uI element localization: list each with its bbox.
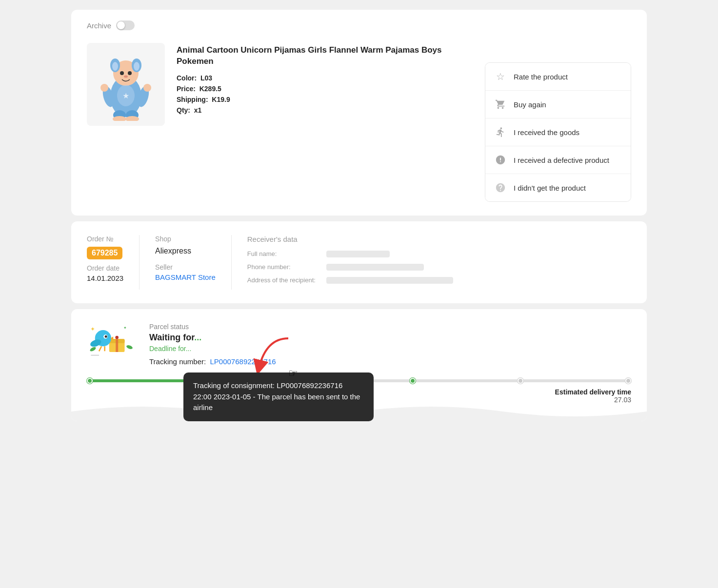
color-label: Color: — [177, 74, 197, 82]
shipping-label: Shipping: — [177, 96, 208, 103]
action-not-received[interactable]: I didn't get the product — [485, 174, 631, 201]
svg-point-33 — [115, 336, 119, 339]
section-parcel: ✦ ✦ Parcel status Waiting for... Deadlin… — [71, 309, 647, 421]
shop-col: Shop Aliexpress Seller BAGSMART Store — [155, 235, 232, 290]
parcel-status-label: Parcel status — [149, 323, 631, 331]
action-received[interactable]: I received the goods — [485, 118, 631, 146]
svg-point-11 — [100, 84, 108, 92]
order-date-value: 14.01.2023 — [87, 274, 123, 282]
svg-point-34 — [89, 346, 97, 352]
shop-name: Aliexpress — [155, 247, 216, 255]
tracking-tooltip: Tracking of consignment: LP0007689223671… — [183, 372, 374, 421]
parcel-mascot: ✦ ✦ — [87, 323, 136, 362]
section-order: Order № 679285 Order date 14.01.2023 Sho… — [71, 221, 647, 303]
star-icon: ☆ — [494, 70, 507, 83]
cursor-hand: ☞ — [288, 367, 298, 380]
parcel-status-value: Waiting for... — [149, 333, 631, 343]
shipping-value: K19.9 — [212, 96, 230, 103]
product-illustration: ★ — [97, 48, 155, 121]
person-icon — [494, 126, 507, 138]
product-info: Animal Cartoon Unicorn Pijamas Girls Fla… — [177, 43, 473, 117]
tracking-number-row: Tracking number: LP00076892236716 — [149, 357, 631, 366]
svg-point-12 — [143, 84, 151, 92]
seller-link[interactable]: BAGSMART Store — [155, 273, 216, 281]
progress-dot-1 — [87, 378, 93, 384]
svg-point-27 — [105, 335, 107, 338]
full-name-label: Full name: — [247, 250, 320, 257]
product-image: ★ — [87, 43, 165, 126]
product-color: Color: L03 — [177, 74, 473, 82]
qty-label: Qty: — [177, 106, 190, 114]
section-product: Archive — [71, 10, 647, 216]
order-number-label: Order № — [87, 235, 123, 243]
action-received-label: I received the goods — [514, 128, 579, 137]
product-qty: Qty: x1 — [177, 106, 473, 114]
action-defective[interactable]: I received a defective product — [485, 146, 631, 174]
tooltip-line2: 22:00 2023-01-05 - The parcel has been s… — [193, 392, 364, 413]
action-buy-again-label: Buy again — [514, 100, 546, 109]
action-not-received-label: I didn't get the product — [514, 184, 586, 192]
tracking-label: Tracking number: — [149, 357, 206, 366]
address-row: Address of the recipient: — [247, 276, 631, 284]
address-placeholder — [326, 277, 453, 284]
product-shipping: Shipping: K19.9 — [177, 96, 473, 103]
svg-point-4 — [112, 62, 118, 71]
receiver-col: Receiver's data Full name: Phone number:… — [247, 235, 631, 290]
toggle-switch[interactable] — [116, 20, 135, 30]
question-icon — [494, 181, 507, 194]
parcel-deadline: Deadline for... — [149, 345, 631, 353]
tooltip-line1: Tracking of consignment: LP0007689223671… — [193, 380, 364, 392]
shop-label: Shop — [155, 235, 216, 243]
svg-point-6 — [120, 71, 124, 75]
order-number-badge: 679285 — [87, 247, 122, 259]
archive-label: Archive — [87, 21, 111, 30]
price-label: Price: — [177, 85, 196, 93]
cart-icon — [494, 98, 507, 111]
progress-dot-6 — [625, 378, 631, 384]
svg-point-8 — [124, 76, 128, 78]
seller-label: Seller — [155, 263, 216, 271]
phone-label: Phone number: — [247, 263, 320, 271]
svg-text:★: ★ — [122, 92, 129, 100]
page-wrapper: Archive — [71, 10, 647, 421]
toggle-knob — [117, 21, 125, 29]
action-rate-label: Rate the product — [514, 73, 568, 81]
svg-point-35 — [126, 345, 133, 350]
delivery-text: Estimated delivery time 27.03 — [555, 388, 631, 404]
progress-dot-4 — [410, 378, 416, 384]
order-number-col: Order № 679285 Order date 14.01.2023 — [87, 235, 140, 290]
receiver-title: Receiver's data — [247, 235, 631, 243]
product-title: Animal Cartoon Unicorn Pijamas Girls Fla… — [177, 45, 473, 67]
phone-row: Phone number: — [247, 263, 631, 271]
svg-line-29 — [99, 346, 101, 351]
svg-text:✦: ✦ — [90, 326, 95, 332]
svg-point-5 — [134, 62, 140, 71]
action-defective-label: I received a defective product — [514, 156, 609, 164]
svg-rect-23 — [116, 339, 118, 352]
action-buy-again[interactable]: Buy again — [485, 91, 631, 118]
full-name-row: Full name: — [247, 250, 631, 257]
phone-placeholder — [326, 264, 424, 271]
archive-toggle[interactable]: Archive — [87, 20, 135, 30]
order-date-label: Order date — [87, 264, 123, 272]
address-label: Address of the recipient: — [247, 276, 320, 284]
parcel-info: Parcel status Waiting for... Deadline fo… — [149, 323, 631, 366]
delivery-date: 27.03 — [555, 396, 631, 404]
price-value: K289.5 — [199, 85, 221, 93]
product-content: ★ Animal Cartoon Unicorn Pijamas Girls F… — [87, 43, 631, 202]
svg-text:✦: ✦ — [123, 325, 127, 330]
action-rate[interactable]: ☆ Rate the product — [485, 63, 631, 91]
color-value: L03 — [200, 74, 212, 82]
qty-value: x1 — [194, 106, 202, 114]
defective-icon — [494, 154, 507, 166]
svg-point-7 — [128, 71, 132, 75]
actions-panel: ☆ Rate the product Buy again I received … — [485, 62, 631, 202]
parcel-header: ✦ ✦ Parcel status Waiting for... Deadlin… — [87, 323, 631, 366]
delivery-label: Estimated delivery time — [555, 388, 631, 396]
product-price: Price: K289.5 — [177, 85, 473, 93]
progress-dot-5 — [518, 378, 523, 384]
full-name-placeholder — [326, 251, 390, 257]
